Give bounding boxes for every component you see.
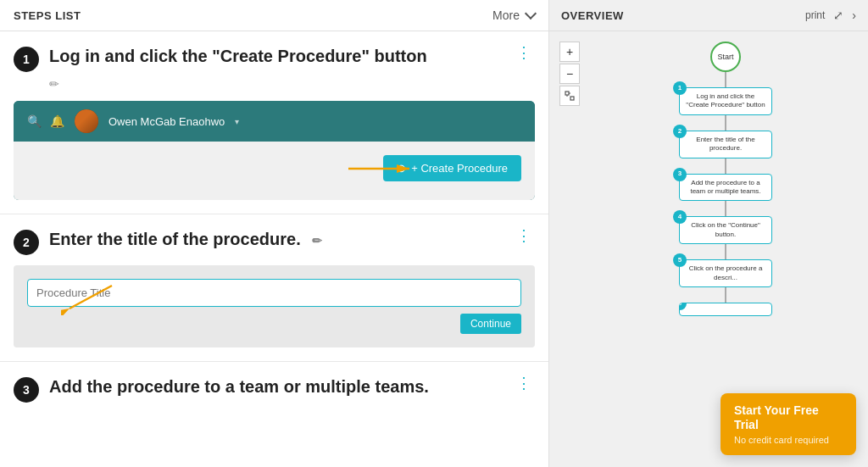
zoom-fit-button[interactable] bbox=[559, 86, 580, 106]
more-label: More bbox=[492, 8, 520, 22]
overview-header: OVERVIEW print ⤢ › bbox=[549, 0, 868, 31]
free-trial-popup[interactable]: Start Your Free Trial No credit card req… bbox=[721, 393, 856, 455]
procedure-input-wrapper bbox=[27, 279, 521, 307]
next-icon[interactable]: › bbox=[852, 8, 856, 22]
steps-header: STEPS LIST More bbox=[0, 0, 548, 31]
steps-list-title: STEPS LIST bbox=[14, 9, 81, 22]
step-3-title-area: 3 Add the procedure to a team or multipl… bbox=[14, 375, 513, 403]
more-chevron-icon bbox=[526, 13, 535, 18]
svg-rect-4 bbox=[565, 92, 569, 95]
connector-line bbox=[725, 72, 726, 87]
step-2-title: Enter the title of the procedure. ✏ bbox=[49, 228, 513, 250]
start-node: Start bbox=[710, 42, 741, 72]
avatar bbox=[75, 109, 98, 133]
step-3-header: 3 Add the procedure to a team or multipl… bbox=[14, 375, 535, 403]
step-3-item: 3 Add the procedure to a team or multipl… bbox=[0, 362, 548, 416]
flow-badge-1: 1 bbox=[673, 81, 687, 95]
free-trial-subtitle: No credit card required bbox=[734, 435, 843, 445]
step-2-title-area: 2 Enter the title of the procedure. ✏ bbox=[14, 228, 513, 255]
expand-icon[interactable]: ⤢ bbox=[833, 8, 843, 22]
bell-icon: 🔔 bbox=[50, 114, 64, 128]
flow-box-5: 5 Click on the procedure a descri... bbox=[679, 259, 772, 287]
flow-badge-6: 6 bbox=[679, 303, 687, 310]
step-2-item: 2 Enter the title of the procedure. ✏ ⋮ bbox=[0, 214, 548, 362]
connector-line bbox=[725, 115, 726, 131]
connector-line bbox=[725, 287, 726, 303]
create-btn-label: + Create Procedure bbox=[411, 162, 508, 175]
arrow-indicator bbox=[348, 160, 416, 177]
svg-rect-5 bbox=[570, 97, 574, 100]
flow-box-1: 1 Log in and click the "Create Procedure… bbox=[679, 87, 772, 115]
flow-node-4: 4 Click on the "Continue" button. bbox=[679, 216, 772, 244]
step-1-number: 1 bbox=[14, 47, 39, 72]
step-1-title-area: 1 Log in and click the "Create Procedure… bbox=[14, 45, 513, 72]
screenshot-body: ⊕ + Create Procedure bbox=[14, 142, 535, 200]
flow-node-5: 5 Click on the procedure a descri... bbox=[679, 259, 772, 287]
steps-content: 1 Log in and click the "Create Procedure… bbox=[0, 31, 548, 467]
step-3-number: 3 bbox=[14, 377, 39, 403]
procedure-title-input[interactable] bbox=[27, 279, 521, 307]
step-1-item: 1 Log in and click the "Create Procedure… bbox=[0, 31, 548, 214]
zoom-in-button[interactable]: + bbox=[559, 42, 580, 62]
overview-content: + − Start bbox=[549, 31, 868, 467]
flow-node-2: 2 Enter the title of the procedure. bbox=[679, 131, 772, 158]
flow-box-6: 6 bbox=[679, 303, 772, 316]
flow-node-1: 1 Log in and click the "Create Procedure… bbox=[679, 87, 772, 115]
overview-title: OVERVIEW bbox=[561, 9, 624, 22]
step-3-title: Add the procedure to a team or multiple … bbox=[49, 375, 513, 398]
flow-badge-2: 2 bbox=[673, 125, 687, 138]
step-1-header: 1 Log in and click the "Create Procedure… bbox=[14, 45, 535, 72]
flow-node-3: 3 Add the procedure to a team or multipl… bbox=[679, 174, 772, 202]
print-button[interactable]: print bbox=[805, 9, 825, 21]
free-trial-title: Start Your Free Trial bbox=[734, 403, 843, 432]
zoom-controls: + − bbox=[559, 42, 580, 106]
connector-line bbox=[725, 158, 726, 174]
steps-panel: STEPS LIST More 1 Log in and click the "… bbox=[0, 0, 549, 467]
connector-line bbox=[725, 201, 726, 216]
step-1-edit-icon[interactable]: ✏ bbox=[49, 77, 535, 91]
continue-button[interactable]: Continue bbox=[460, 314, 521, 334]
flow-box-2: 2 Enter the title of the procedure. bbox=[679, 131, 772, 158]
overview-panel: OVERVIEW print ⤢ › + − bbox=[549, 0, 868, 467]
step2-footer: Continue bbox=[27, 314, 521, 334]
flow-box-4: 4 Click on the "Continue" button. bbox=[679, 216, 772, 244]
zoom-out-button[interactable]: − bbox=[559, 64, 580, 84]
search-icon: 🔍 bbox=[27, 114, 42, 128]
step-2-screenshot: Continue bbox=[14, 265, 535, 347]
more-button[interactable]: More bbox=[492, 8, 535, 22]
flow-node-6: 6 bbox=[679, 303, 772, 316]
navbar: 🔍 🔔 Owen McGab Enaohwo ▾ bbox=[14, 101, 535, 142]
fit-icon bbox=[565, 91, 575, 101]
navbar-dropdown-icon: ▾ bbox=[235, 117, 239, 126]
step-1-more-icon[interactable]: ⋮ bbox=[513, 45, 535, 60]
flow-badge-4: 4 bbox=[673, 210, 687, 224]
navbar-username: Owen McGab Enaohwo bbox=[108, 115, 225, 128]
step-1-title: Log in and click the "Create Procedure" … bbox=[49, 45, 513, 67]
flow-box-3: 3 Add the procedure to a team or multipl… bbox=[679, 174, 772, 202]
flow-badge-3: 3 bbox=[673, 168, 687, 181]
step-2-more-icon[interactable]: ⋮ bbox=[513, 228, 535, 243]
step-2-edit-icon[interactable]: ✏ bbox=[312, 234, 322, 247]
overview-actions: print ⤢ › bbox=[805, 8, 856, 22]
navbar-icons: 🔍 🔔 bbox=[27, 114, 64, 128]
flow-start: Start 1 Log in and click the "Create Pro… bbox=[679, 42, 772, 316]
connector-line bbox=[725, 244, 726, 259]
flow-badge-5: 5 bbox=[673, 253, 687, 267]
step-2-number: 2 bbox=[14, 230, 39, 255]
step-3-more-icon[interactable]: ⋮ bbox=[513, 375, 535, 391]
step-1-screenshot: 🔍 🔔 Owen McGab Enaohwo ▾ bbox=[14, 101, 535, 200]
step-2-header: 2 Enter the title of the procedure. ✏ ⋮ bbox=[14, 228, 535, 255]
